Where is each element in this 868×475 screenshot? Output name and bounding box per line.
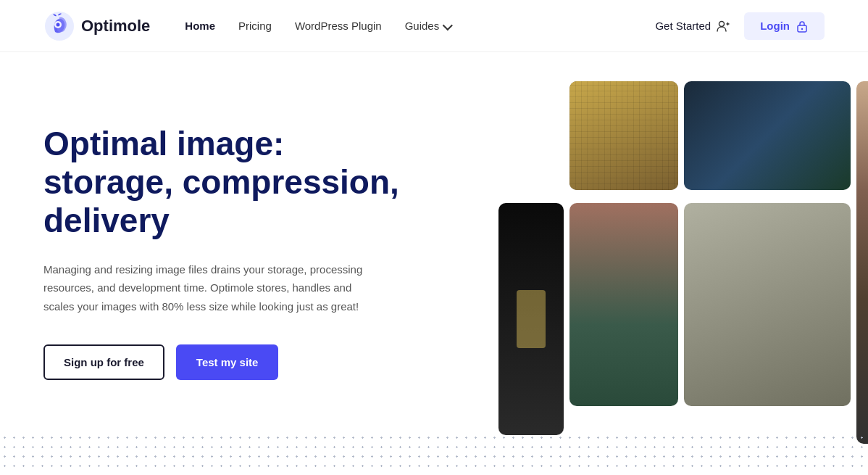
- hero-section: Optimal image: storage, compression, del…: [0, 52, 868, 473]
- signup-button[interactable]: Sign up for free: [43, 344, 164, 380]
- svg-point-5: [801, 28, 803, 29]
- nav-link-wordpress[interactable]: WordPress Plugin: [295, 20, 382, 32]
- nav-link-guides[interactable]: Guides: [405, 20, 450, 32]
- image-tile-woman-book: [569, 203, 678, 406]
- nav-link-home[interactable]: Home: [185, 20, 215, 32]
- logo-link[interactable]: Optimole: [43, 10, 150, 42]
- dot-pattern: [0, 433, 868, 473]
- image-tile-tram: [684, 81, 851, 190]
- image-tile-yellow-building: [569, 81, 678, 190]
- hero-title: Optimal image: storage, compression, del…: [43, 125, 420, 240]
- hero-image-grid: [498, 52, 868, 473]
- svg-point-3: [719, 21, 725, 26]
- image-tile-arch-building: [684, 203, 851, 406]
- logo-text: Optimole: [81, 17, 150, 36]
- nav-link-pricing[interactable]: Pricing: [238, 20, 272, 32]
- lock-icon: [796, 20, 809, 33]
- image-tile-dark-figure: [498, 203, 564, 435]
- login-button[interactable]: Login: [744, 12, 825, 40]
- logo-icon: [43, 10, 75, 42]
- test-site-button[interactable]: Test my site: [176, 344, 279, 380]
- get-started-button[interactable]: Get Started: [655, 19, 730, 33]
- hero-description: Managing and resizing image files drains…: [43, 260, 377, 316]
- nav-links: Home Pricing WordPress Plugin Guides: [185, 20, 655, 32]
- person-add-icon: [715, 19, 730, 33]
- image-tile-beach: [856, 81, 868, 444]
- guides-chevron-icon: [442, 24, 449, 28]
- hero-buttons: Sign up for free Test my site: [43, 344, 420, 380]
- nav-right: Get Started Login: [655, 12, 825, 40]
- svg-point-2: [57, 22, 60, 26]
- hero-content: Optimal image: storage, compression, del…: [43, 96, 420, 380]
- navbar: Optimole Home Pricing WordPress Plugin G…: [0, 0, 868, 52]
